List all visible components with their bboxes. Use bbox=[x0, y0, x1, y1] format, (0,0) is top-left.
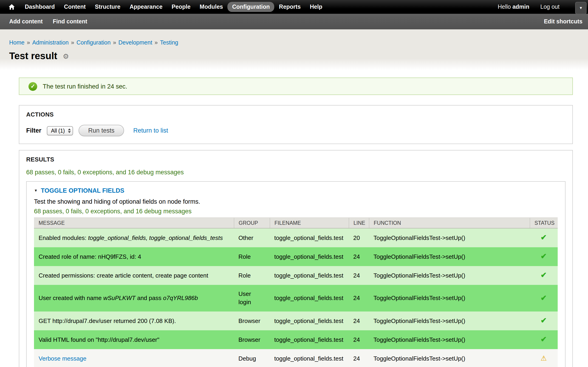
message-text: User created with name bbox=[39, 294, 103, 301]
cell-message: Enabled modules: toggle_optional_fields,… bbox=[34, 228, 234, 247]
breadcrumb-home[interactable]: Home bbox=[9, 40, 25, 46]
status-ok-icon: ✓ bbox=[28, 82, 37, 91]
results-heading: RESULTS bbox=[26, 156, 565, 163]
table-row: Verbose messageDebugtoggle_optional_fiel… bbox=[34, 349, 558, 367]
menu-item-modules[interactable]: Modules bbox=[195, 2, 227, 12]
run-tests-button[interactable]: Run tests bbox=[78, 125, 124, 136]
breadcrumb-configuration[interactable]: Configuration bbox=[77, 40, 111, 46]
pass-check-icon: ✔ bbox=[541, 294, 547, 302]
cell-filename: toggle_optional_fields.test bbox=[270, 266, 349, 285]
menu-item-dashboard[interactable]: Dashboard bbox=[20, 2, 60, 12]
menu-item-structure[interactable]: Structure bbox=[90, 2, 125, 12]
cell-group: Role bbox=[234, 247, 270, 266]
username: admin bbox=[512, 4, 529, 10]
pass-check-icon: ✔ bbox=[541, 271, 547, 279]
shortcut-add-content[interactable]: Add content bbox=[9, 18, 43, 25]
return-to-list-link[interactable]: Return to list bbox=[133, 127, 168, 134]
message-text: Created role of name: nHQ9fFZS, id: 4 bbox=[39, 253, 141, 260]
cell-line: 24 bbox=[349, 349, 369, 367]
cell-message: Verbose message bbox=[34, 349, 234, 367]
results-summary: 68 passes, 0 fails, 0 exceptions, and 16… bbox=[26, 169, 565, 176]
admin-toolbar: Dashboard Content Structure Appearance P… bbox=[0, 0, 588, 14]
toolbar-toggle-button[interactable]: ▼ bbox=[575, 2, 587, 14]
cell-filename: toggle_optional_fields.test bbox=[270, 311, 349, 330]
warning-icon: ⚠ bbox=[541, 354, 547, 362]
select-stepper-icon bbox=[68, 128, 71, 133]
logout-link[interactable]: Log out bbox=[540, 4, 560, 10]
pass-check-icon: ✔ bbox=[541, 317, 547, 324]
cell-group: Browser bbox=[234, 330, 270, 349]
cell-message: GET http://drupal7.dev/user returned 200… bbox=[34, 311, 234, 330]
breadcrumb-separator: » bbox=[113, 40, 116, 46]
cell-status: ✔ bbox=[530, 247, 558, 266]
cell-function: ToggleOptionalFieldsTest->setUp() bbox=[369, 330, 530, 349]
cell-group: Debug bbox=[234, 349, 270, 367]
cell-line: 24 bbox=[349, 266, 369, 285]
message-text: Valid HTML found on "http://drupal7.dev/… bbox=[39, 336, 159, 343]
greeting-text: Hello bbox=[498, 4, 511, 10]
results-panel: RESULTS 68 passes, 0 fails, 0 exceptions… bbox=[19, 150, 573, 367]
table-header-row: MESSAGE GROUP FILENAME LINE FUNCTION STA… bbox=[34, 218, 558, 228]
breadcrumb-separator: » bbox=[155, 40, 158, 46]
cell-group: Browser bbox=[234, 311, 270, 330]
pass-check-icon: ✔ bbox=[541, 252, 547, 260]
cell-message: Created role of name: nHQ9fFZS, id: 4 bbox=[34, 247, 234, 266]
menu-item-configuration[interactable]: Configuration bbox=[228, 2, 275, 12]
home-icon[interactable] bbox=[6, 0, 17, 14]
admin-menu: Dashboard Content Structure Appearance P… bbox=[20, 2, 327, 12]
cell-line: 20 bbox=[349, 228, 369, 247]
cell-status: ✔ bbox=[530, 311, 558, 330]
edit-shortcuts-link[interactable]: Edit shortcuts bbox=[544, 18, 582, 25]
status-text: The test run finished in 24 sec. bbox=[43, 83, 127, 90]
header-status: STATUS bbox=[530, 218, 558, 228]
cell-line: 24 bbox=[349, 330, 369, 349]
filter-select[interactable]: All (1) bbox=[47, 126, 73, 135]
cell-line: 24 bbox=[349, 285, 369, 311]
menu-item-people[interactable]: People bbox=[167, 2, 195, 12]
title-row: Test result ⚙ bbox=[9, 50, 579, 61]
menu-item-reports[interactable]: Reports bbox=[275, 2, 305, 12]
header-function: FUNCTION bbox=[369, 218, 530, 228]
header-line: LINE bbox=[349, 218, 369, 228]
filter-selected-value: All (1) bbox=[51, 128, 65, 133]
cell-message: Valid HTML found on "http://drupal7.dev/… bbox=[34, 330, 234, 349]
gear-icon[interactable]: ⚙ bbox=[63, 52, 69, 59]
collapse-arrow-icon: ▼ bbox=[34, 189, 38, 193]
shortcut-find-content[interactable]: Find content bbox=[53, 18, 87, 25]
cell-function: ToggleOptionalFieldsTest->setUp() bbox=[369, 349, 530, 367]
cell-function: ToggleOptionalFieldsTest->setUp() bbox=[369, 247, 530, 266]
actions-heading: ACTIONS bbox=[26, 111, 565, 118]
cell-filename: toggle_optional_fields.test bbox=[270, 247, 349, 266]
message-emphasis: o7qYRL986b bbox=[163, 294, 198, 301]
breadcrumb-testing[interactable]: Testing bbox=[160, 40, 178, 46]
page-title: Test result bbox=[9, 50, 57, 61]
filter-label: Filter bbox=[26, 127, 41, 134]
pass-check-icon: ✔ bbox=[541, 335, 547, 343]
breadcrumb-separator: » bbox=[71, 40, 74, 46]
message-emphasis: toggle_optional_fields, toggle_optional_… bbox=[88, 234, 223, 241]
results-table-body: Enabled modules: toggle_optional_fields,… bbox=[34, 228, 558, 367]
message-text: GET http://drupal7.dev/user returned 200… bbox=[39, 317, 176, 324]
user-greeting: Hello admin bbox=[498, 4, 529, 10]
message-emphasis: wSuPLKWT bbox=[103, 294, 136, 301]
actions-controls: Filter All (1) Run tests Return to list bbox=[26, 125, 565, 136]
cell-function: ToggleOptionalFieldsTest->setUp() bbox=[369, 266, 530, 285]
table-row: User created with name wSuPLKWT and pass… bbox=[34, 285, 558, 311]
cell-status: ✔ bbox=[530, 285, 558, 311]
content-area: ✓ The test run finished in 24 sec. ACTIO… bbox=[0, 77, 588, 367]
menu-item-content[interactable]: Content bbox=[60, 2, 90, 12]
cell-function: ToggleOptionalFieldsTest->setUp() bbox=[369, 311, 530, 330]
page-header: Home»Administration»Configuration»Develo… bbox=[0, 29, 588, 70]
test-group-legend: ▼ TOGGLE OPTIONAL FIELDS bbox=[34, 187, 558, 194]
table-row: Created role of name: nHQ9fFZS, id: 4Rol… bbox=[34, 247, 558, 266]
breadcrumb: Home»Administration»Configuration»Develo… bbox=[9, 40, 579, 46]
verbose-message-link[interactable]: Verbose message bbox=[39, 355, 86, 362]
breadcrumb-administration[interactable]: Administration bbox=[32, 40, 69, 46]
menu-item-appearance[interactable]: Appearance bbox=[125, 2, 167, 12]
cell-group: Role bbox=[234, 266, 270, 285]
cell-group: User login bbox=[234, 285, 270, 311]
menu-item-help[interactable]: Help bbox=[305, 2, 327, 12]
test-group-toggle-link[interactable]: TOGGLE OPTIONAL FIELDS bbox=[41, 187, 124, 194]
breadcrumb-development[interactable]: Development bbox=[119, 40, 152, 46]
shortcuts-bar: Add content Find content Edit shortcuts bbox=[0, 14, 588, 29]
